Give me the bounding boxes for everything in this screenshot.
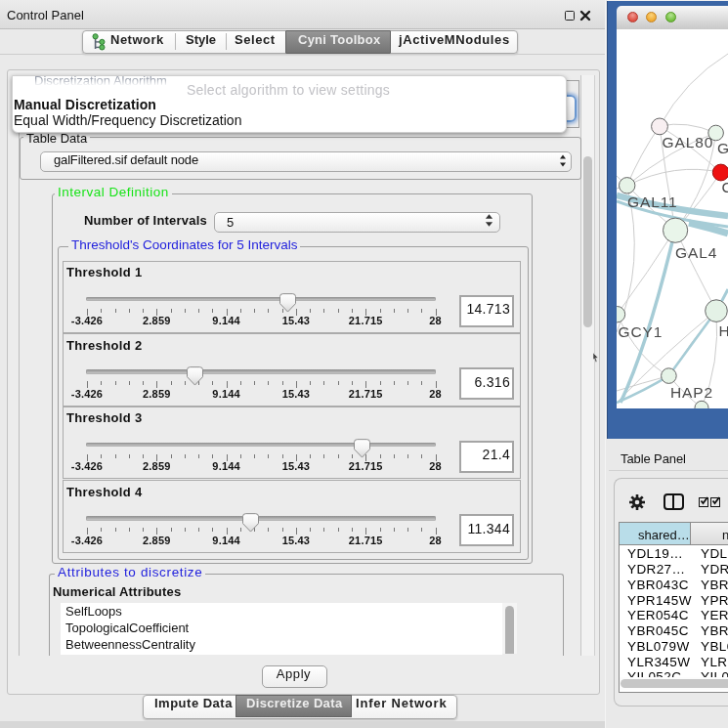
svg-text:HAP2: HAP2 — [670, 384, 713, 401]
svg-text:GAL4: GAL4 — [675, 244, 717, 261]
svg-text:GAL80: GAL80 — [663, 134, 714, 150]
svg-text:H: H — [719, 322, 728, 339]
svg-text:GA: GA — [717, 140, 728, 156]
svg-text:C: C — [722, 179, 728, 195]
svg-text:GAL11: GAL11 — [627, 193, 678, 210]
svg-text:GCY1: GCY1 — [619, 323, 664, 340]
